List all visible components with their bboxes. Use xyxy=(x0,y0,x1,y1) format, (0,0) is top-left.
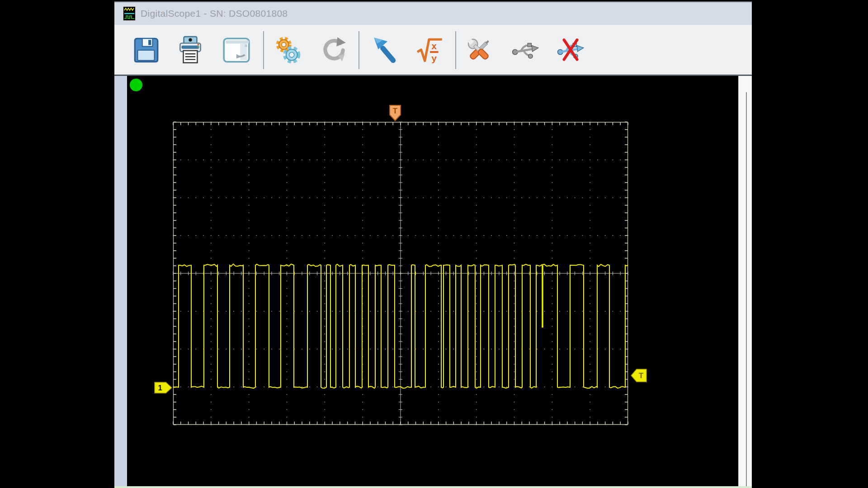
arrow-cursor-icon xyxy=(371,35,401,65)
app-window: DigitalScope1 - SN: DSO0801808 xyxy=(114,1,752,487)
toolbar-separator xyxy=(455,31,456,69)
settings-button[interactable] xyxy=(270,32,306,68)
tools-icon xyxy=(464,35,494,65)
window-title: DigitalScope1 - SN: DSO0801808 xyxy=(141,8,288,19)
window-left-frame xyxy=(114,76,127,486)
printer-icon xyxy=(175,35,205,65)
usb-icon xyxy=(510,35,540,65)
trigger-level-label: T xyxy=(639,371,644,380)
refresh-arrows-icon xyxy=(319,35,349,65)
window-bottom-edge xyxy=(114,486,752,488)
titlebar[interactable]: DigitalScope1 - SN: DSO0801808 xyxy=(114,2,752,25)
toolbar-separator xyxy=(263,31,264,69)
window-panel-icon xyxy=(222,35,251,65)
sqrt-xy-icon: x y xyxy=(415,35,444,65)
scope-waveform-icon xyxy=(123,6,136,21)
run-status-indicator xyxy=(130,79,142,91)
usb-disconnect-icon xyxy=(556,35,585,65)
print-button[interactable] xyxy=(172,32,208,68)
math-button[interactable]: x y xyxy=(411,32,448,68)
trigger-level-marker[interactable]: T xyxy=(631,369,647,384)
save-button[interactable] xyxy=(128,32,164,68)
graticule-svg xyxy=(173,122,628,425)
scrollbar-thumb[interactable] xyxy=(746,92,747,486)
channel1-marker-label: 1 xyxy=(158,384,162,392)
floppy-disk-icon xyxy=(131,35,161,65)
math-y-glyph: y xyxy=(432,53,437,63)
vertical-scrollbar[interactable] xyxy=(738,76,752,486)
math-x-glyph: x xyxy=(432,41,437,51)
panel-view-button[interactable] xyxy=(218,32,255,68)
tools-button[interactable] xyxy=(461,32,497,68)
usb-disconnect-button[interactable] xyxy=(552,32,589,68)
refresh-button[interactable] xyxy=(316,32,352,68)
scope-display: T 1 T xyxy=(127,76,738,486)
usb-connect-button[interactable] xyxy=(507,32,543,68)
trigger-position-label: T xyxy=(393,107,398,115)
channel1-ground-marker[interactable]: 1 xyxy=(154,382,172,395)
toolbar-separator xyxy=(359,31,359,69)
gears-icon xyxy=(273,35,303,65)
cursor-button[interactable] xyxy=(368,32,404,68)
trigger-position-marker[interactable]: T xyxy=(389,105,401,123)
toolbar: x y xyxy=(114,25,752,76)
